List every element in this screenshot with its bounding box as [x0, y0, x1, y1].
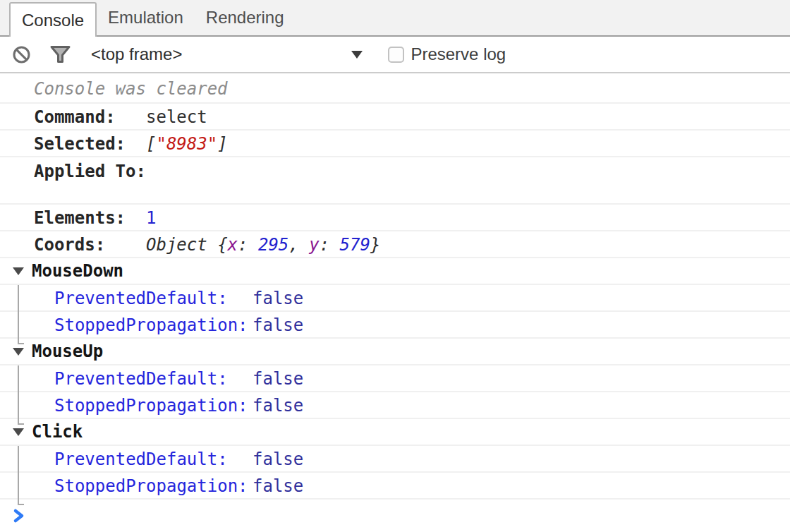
console-prompt[interactable] [0, 500, 790, 527]
log-row-coords: Coords: Object {x: 295, y: 579} [0, 231, 790, 258]
applied-to-value: <select name="schedules[][userId]" data-… [146, 162, 790, 205]
bracket-close: ] [217, 134, 227, 154]
devtools-tab-bar: Console Emulation Rendering [0, 0, 790, 37]
object-prop: y [309, 235, 319, 255]
command-label: Command: [34, 108, 146, 126]
preserve-log-label: Preserve log [411, 44, 506, 64]
event-prop-label: StoppedPropagation: [54, 477, 253, 495]
log-row: PreventedDefault: false [0, 285, 790, 312]
tab-rendering-label: Rendering [206, 8, 284, 28]
tab-emulation[interactable]: Emulation [97, 0, 195, 35]
log-group-mousedown: MouseDown PreventedDefault: false Stoppe… [0, 258, 790, 339]
object-number: 295 [258, 235, 288, 255]
comma: , [288, 235, 309, 255]
colon: : [320, 235, 340, 255]
selected-string: "8983" [156, 134, 217, 154]
console-toolbar: <top frame> Preserve log [0, 37, 790, 73]
log-group-mouseup: MouseUp PreventedDefault: false StoppedP… [0, 339, 790, 419]
tab-console-label: Console [22, 11, 84, 30]
event-prop-value: false [253, 370, 303, 388]
console-output: Console was cleared Command: select Sele… [0, 73, 790, 527]
prompt-chevron-icon [13, 508, 25, 524]
elements-label: Elements: [34, 209, 146, 227]
event-prop-value: false [253, 289, 303, 308]
preserve-log-checkbox[interactable] [388, 47, 404, 63]
log-group-click: Click PreventedDefault: false StoppedPro… [0, 419, 790, 500]
event-prop-label: PreventedDefault: [54, 370, 253, 388]
coords-label: Coords: [34, 236, 146, 254]
frame-selector-label: <top frame> [91, 44, 182, 64]
log-row: StoppedPropagation: false [0, 473, 790, 500]
log-row: PreventedDefault: false [0, 446, 790, 473]
group-title: MouseUp [32, 342, 103, 361]
applied-to-label: Applied To: [34, 162, 146, 181]
collapse-triangle-icon[interactable] [13, 267, 24, 275]
group-header[interactable]: Click [0, 419, 790, 446]
coords-value: Object {x: 295, y: 579} [146, 236, 380, 254]
event-prop-value: false [253, 477, 303, 495]
log-row-applied-to: Applied To: <select name="schedules[][us… [0, 157, 790, 205]
group-header[interactable]: MouseUp [0, 339, 790, 365]
command-value: select [146, 108, 207, 126]
group-title: Click [32, 423, 83, 441]
log-row-command: Command: select [0, 104, 790, 131]
dropdown-arrow-icon[interactable] [351, 51, 363, 59]
object-prop: x [228, 235, 238, 255]
object-close: } [370, 235, 380, 255]
bracket-open: [ [146, 134, 156, 154]
colon: : [238, 235, 258, 255]
collapse-triangle-icon[interactable] [13, 428, 24, 436]
log-row-cleared: Console was cleared [0, 73, 790, 104]
funnel-icon [49, 44, 71, 64]
ban-circle-icon [12, 45, 31, 64]
console-cleared-message: Console was cleared [34, 80, 228, 98]
event-prop-value: false [253, 316, 303, 334]
group-title: MouseDown [32, 262, 123, 280]
log-row-selected: Selected: ["8983"] [0, 131, 790, 157]
object-number: 579 [340, 235, 370, 255]
tab-console[interactable]: Console [9, 2, 97, 37]
filter-button[interactable] [49, 44, 71, 64]
group-header[interactable]: MouseDown [0, 258, 790, 285]
tab-rendering[interactable]: Rendering [195, 0, 296, 35]
group-guide-line [18, 285, 24, 344]
elements-value: 1 [146, 209, 156, 227]
object-open: Object { [146, 235, 228, 255]
event-prop-label: PreventedDefault: [54, 450, 253, 468]
log-row: PreventedDefault: false [0, 365, 790, 392]
event-prop-value: false [253, 450, 303, 468]
clear-console-button[interactable] [12, 45, 31, 64]
selected-value: ["8983"] [146, 135, 228, 153]
event-prop-label: PreventedDefault: [54, 289, 253, 308]
log-row-elements: Elements: 1 [0, 205, 790, 231]
event-prop-label: StoppedPropagation: [54, 397, 253, 415]
selected-label: Selected: [34, 135, 146, 153]
group-guide-line [18, 365, 24, 425]
event-prop-value: false [253, 397, 303, 415]
event-prop-label: StoppedPropagation: [54, 316, 253, 334]
log-row: StoppedPropagation: false [0, 312, 790, 339]
collapse-triangle-icon[interactable] [13, 348, 24, 356]
frame-context-selector[interactable]: <top frame> [91, 44, 363, 64]
tab-emulation-label: Emulation [108, 8, 183, 28]
log-row: StoppedPropagation: false [0, 392, 790, 419]
group-guide-line [18, 446, 24, 505]
